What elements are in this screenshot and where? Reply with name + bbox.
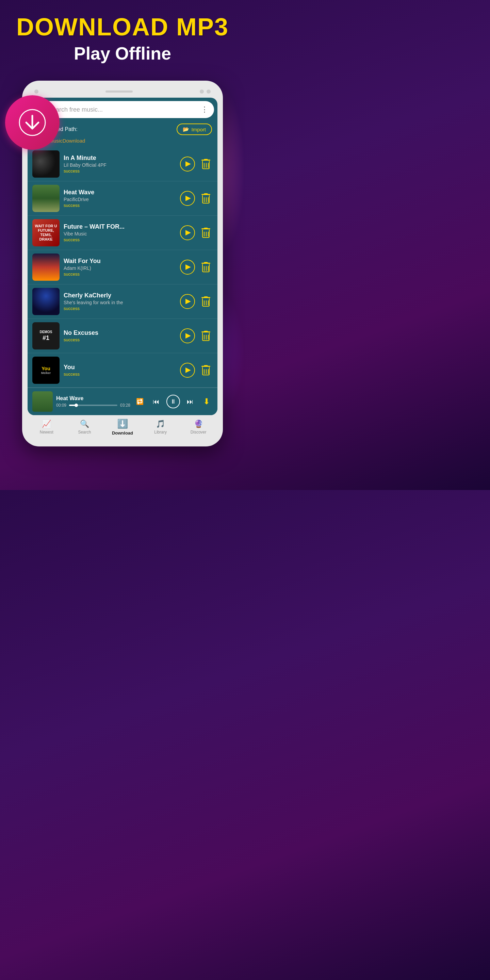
song-artist-5: She's leaving for work in the xyxy=(64,300,176,305)
song-info-4: Wait For You Adam K(IRL) success xyxy=(64,258,176,277)
song-artist-1: Lil Baby Official 4PF xyxy=(64,162,176,168)
song-item-1: In A Minute Lil Baby Official 4PF succes… xyxy=(27,147,218,181)
song-info-2: Heat Wave PacificDrive success xyxy=(64,189,176,208)
play-icon-5 xyxy=(185,299,191,304)
song-thumb-1 xyxy=(32,150,60,178)
download-button-player[interactable]: ⬇ xyxy=(200,395,213,408)
progress-fill xyxy=(69,404,76,406)
play-icon-6 xyxy=(185,333,191,339)
trash-icon-6 xyxy=(202,331,210,341)
song-artist-4: Adam K(IRL) xyxy=(64,266,176,271)
phone-sensors-right xyxy=(200,89,211,94)
phone-sensor-right2 xyxy=(207,89,211,94)
nav-search[interactable]: 🔍 Search xyxy=(66,420,104,434)
song-item-7: You Meiker You success xyxy=(27,353,218,388)
phone-speaker xyxy=(105,91,133,92)
nav-discover-label: Discover xyxy=(191,430,207,434)
song-title-4: Wait For You xyxy=(64,258,176,265)
song-status-4: success xyxy=(64,272,176,277)
play-icon-7 xyxy=(185,368,191,373)
app-title-line2: Play Offline xyxy=(7,43,238,64)
next-button[interactable]: ⏭ xyxy=(184,395,196,408)
song-actions-6 xyxy=(180,328,213,343)
delete-button-4[interactable] xyxy=(199,259,213,275)
song-actions-3 xyxy=(180,225,213,240)
app-icon[interactable] xyxy=(5,95,60,150)
play-button-3[interactable] xyxy=(180,225,195,240)
play-button-6[interactable] xyxy=(180,328,195,343)
download-nav-icon: ⬇️ xyxy=(117,418,128,429)
nav-newest[interactable]: 📈 Newest xyxy=(27,420,66,434)
song-title-5: Cherly KaCherly xyxy=(64,292,176,299)
song-title-3: Future – WAIT FOR... xyxy=(64,223,176,231)
song-title-2: Heat Wave xyxy=(64,189,176,196)
song-actions-1 xyxy=(180,156,213,172)
song-actions-5 xyxy=(180,294,213,309)
progress-dot xyxy=(75,404,78,407)
import-label: Import xyxy=(191,127,206,132)
repeat-button[interactable]: 🔁 xyxy=(134,395,146,408)
path-value: /Music/MusicDownload xyxy=(27,138,218,147)
delete-button-3[interactable] xyxy=(199,225,213,240)
play-button-2[interactable] xyxy=(180,191,195,206)
song-thumb-4 xyxy=(32,253,60,281)
player-controls: 🔁 ⏮ ⏸ ⏭ ⬇ xyxy=(134,395,213,408)
song-thumb-6: DEMOS #1 xyxy=(32,322,60,350)
song-status-2: success xyxy=(64,203,176,208)
trash-icon-3 xyxy=(202,228,210,238)
trash-icon-1 xyxy=(202,159,210,169)
delete-button-5[interactable] xyxy=(199,294,213,309)
play-button-7[interactable] xyxy=(180,363,195,378)
prev-button[interactable]: ⏮ xyxy=(150,395,162,408)
bottom-navigation: 📈 Newest 🔍 Search ⬇️ Download 🎵 Library … xyxy=(27,415,218,440)
play-icon-3 xyxy=(185,230,191,235)
song-thumb-5 xyxy=(32,288,60,315)
song-item-3: WAIT FOR UFUTURE, TEMS, DRAKE Future – W… xyxy=(27,216,218,250)
import-button[interactable]: 📂 Import xyxy=(177,124,212,135)
app-title-line1: DOWNLOAD MP3 xyxy=(7,14,238,40)
phone-sensor-left xyxy=(34,89,38,94)
song-list: In A Minute Lil Baby Official 4PF succes… xyxy=(27,147,218,388)
phone-screen: 🔍 Search free music... ⋮ Downloaded Path… xyxy=(27,98,218,415)
time-current: 00:09 xyxy=(56,403,66,408)
trash-icon-7 xyxy=(202,365,210,375)
nav-search-label: Search xyxy=(78,430,91,434)
nav-download-label: Download xyxy=(112,430,133,436)
play-button-1[interactable] xyxy=(180,156,195,172)
play-icon-1 xyxy=(185,161,191,167)
song-title-7: You xyxy=(64,364,176,371)
progress-bar[interactable] xyxy=(69,404,118,406)
play-button-4[interactable] xyxy=(180,259,195,275)
thumb-image-2 xyxy=(32,185,60,212)
nav-library-label: Library xyxy=(154,430,167,434)
search-placeholder: Search free music... xyxy=(48,106,197,113)
now-playing-bar: Heat Wave 00:09 03:28 🔁 ⏮ xyxy=(27,388,218,415)
nav-library[interactable]: 🎵 Library xyxy=(142,420,180,434)
now-playing-info: Heat Wave 00:09 03:28 xyxy=(56,395,130,408)
song-title-6: No Excuses xyxy=(64,329,176,337)
trash-icon-5 xyxy=(202,296,210,307)
nav-download[interactable]: ⬇️ Download xyxy=(103,418,142,436)
now-playing-thumb xyxy=(32,391,53,412)
thumb-image-1 xyxy=(32,150,60,178)
delete-button-7[interactable] xyxy=(199,363,213,378)
song-item-6: DEMOS #1 No Excuses success xyxy=(27,319,218,353)
song-actions-4 xyxy=(180,259,213,275)
play-button-5[interactable] xyxy=(180,294,195,309)
pause-icon: ⏸ xyxy=(170,398,176,405)
song-status-5: success xyxy=(64,306,176,311)
import-icon: 📂 xyxy=(183,126,189,132)
song-info-3: Future – WAIT FOR... Vibe Music success xyxy=(64,223,176,242)
song-status-6: success xyxy=(64,337,176,342)
song-item-2: Heat Wave PacificDrive success xyxy=(27,181,218,216)
song-info-1: In A Minute Lil Baby Official 4PF succes… xyxy=(64,154,176,173)
song-thumb-3: WAIT FOR UFUTURE, TEMS, DRAKE xyxy=(32,219,60,247)
pause-button[interactable]: ⏸ xyxy=(166,395,180,408)
more-options-icon[interactable]: ⋮ xyxy=(201,105,208,114)
delete-button-6[interactable] xyxy=(199,328,213,343)
delete-button-2[interactable] xyxy=(199,191,213,206)
song-status-7: success xyxy=(64,372,176,377)
nav-discover[interactable]: 🔮 Discover xyxy=(179,420,218,434)
song-actions-2 xyxy=(180,191,213,206)
delete-button-1[interactable] xyxy=(199,156,213,172)
